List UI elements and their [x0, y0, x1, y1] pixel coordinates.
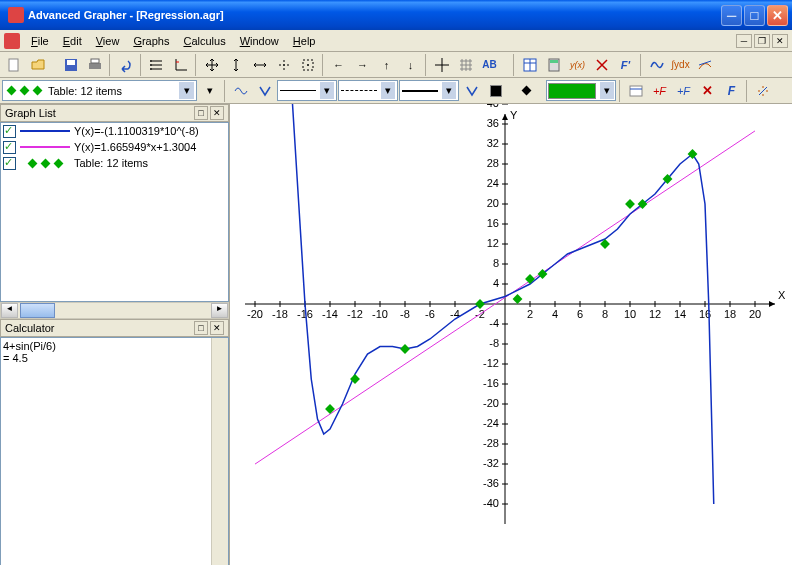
- menu-file[interactable]: File: [24, 33, 56, 49]
- svg-rect-2: [67, 60, 75, 65]
- f-list-button[interactable]: F: [720, 80, 743, 102]
- cross-button[interactable]: [590, 54, 613, 76]
- v-marker-icon[interactable]: [460, 80, 483, 102]
- maximize-button[interactable]: □: [744, 5, 765, 26]
- left-button[interactable]: ←: [327, 54, 350, 76]
- v-icon[interactable]: [253, 80, 276, 102]
- axes-button[interactable]: [169, 54, 192, 76]
- color-picker[interactable]: ▾: [546, 80, 616, 101]
- svg-point-10: [150, 68, 152, 70]
- svg-text:2: 2: [527, 308, 533, 320]
- right-button[interactable]: →: [351, 54, 374, 76]
- list-button[interactable]: [145, 54, 168, 76]
- graph-list-scrollbar[interactable]: ◄►: [0, 302, 229, 319]
- svg-text:-8: -8: [489, 337, 499, 349]
- panel-close-button[interactable]: ✕: [210, 106, 224, 120]
- dup-f-button[interactable]: +F: [672, 80, 695, 102]
- checkbox[interactable]: [3, 157, 16, 170]
- svg-text:4: 4: [493, 277, 499, 289]
- add-f-button[interactable]: +F: [648, 80, 671, 102]
- line-style-thick[interactable]: ▾: [399, 80, 459, 101]
- open-button[interactable]: [26, 54, 49, 76]
- list-item[interactable]: Y(x)=1.665949*x+1.3004: [1, 139, 228, 155]
- svg-text:-4: -4: [489, 317, 499, 329]
- properties-button[interactable]: [624, 80, 647, 102]
- function-button[interactable]: [645, 54, 668, 76]
- trace-button[interactable]: [751, 80, 774, 102]
- graph-list-header: Graph List □ ✕: [0, 104, 229, 122]
- panel-close-button[interactable]: ✕: [210, 321, 224, 335]
- plot-area[interactable]: XY-20-18-16-14-12-10-8-6-4-2246810121416…: [230, 104, 792, 565]
- table-button[interactable]: [518, 54, 541, 76]
- svg-rect-113: [325, 404, 335, 414]
- svg-text:8: 8: [493, 257, 499, 269]
- menu-edit[interactable]: Edit: [56, 33, 89, 49]
- app-icon: [8, 7, 24, 23]
- down-button[interactable]: ↓: [399, 54, 422, 76]
- svg-point-9: [150, 64, 152, 66]
- graph-select-dropdown[interactable]: Table: 12 items ▾: [2, 80, 197, 101]
- window-title: Advanced Grapher - [Regression.agr]: [28, 9, 721, 21]
- menu-window[interactable]: Window: [233, 33, 286, 49]
- minimize-button[interactable]: ─: [721, 5, 742, 26]
- mdi-minimize-button[interactable]: ─: [736, 34, 752, 48]
- svg-text:-20: -20: [483, 397, 499, 409]
- list-item[interactable]: Y(x)=-(1.1100319*10^(-8): [1, 123, 228, 139]
- svg-text:-6: -6: [425, 308, 435, 320]
- pan-v-button[interactable]: [224, 54, 247, 76]
- menu-graphs[interactable]: Graphs: [126, 33, 176, 49]
- calc-scrollbar[interactable]: [211, 338, 228, 565]
- checkbox[interactable]: [3, 125, 16, 138]
- dropdown-extra[interactable]: ▾: [198, 80, 221, 102]
- line-style-solid[interactable]: ▾: [277, 80, 337, 101]
- left-pane: Graph List □ ✕ Y(x)=-(1.1100319*10^(-8) …: [0, 104, 230, 565]
- mdi-restore-button[interactable]: ❐: [754, 34, 770, 48]
- svg-text:-20: -20: [247, 308, 263, 320]
- center-button[interactable]: [272, 54, 295, 76]
- save-button[interactable]: [59, 54, 82, 76]
- fit-button[interactable]: [296, 54, 319, 76]
- mdi-close-button[interactable]: ✕: [772, 34, 788, 48]
- point-square-button[interactable]: [484, 80, 507, 102]
- menu-view[interactable]: View: [89, 33, 127, 49]
- svg-point-16: [307, 64, 309, 66]
- list-item[interactable]: Table: 12 items: [1, 155, 228, 171]
- svg-text:12: 12: [649, 308, 661, 320]
- svg-text:-16: -16: [483, 377, 499, 389]
- title-bar: Advanced Grapher - [Regression.agr] ─ □ …: [0, 0, 792, 30]
- undo-button[interactable]: [114, 54, 137, 76]
- svg-text:-12: -12: [347, 308, 363, 320]
- svg-text:4: 4: [552, 308, 558, 320]
- calculator-input[interactable]: 4+sin(Pi/6) = 4.5: [0, 337, 229, 565]
- checkbox[interactable]: [3, 141, 16, 154]
- new-button[interactable]: [2, 54, 25, 76]
- grid-button[interactable]: [454, 54, 477, 76]
- svg-text:Y: Y: [510, 109, 518, 121]
- pan-h-button[interactable]: [248, 54, 271, 76]
- menu-help[interactable]: Help: [286, 33, 323, 49]
- text-label-button[interactable]: AB: [478, 54, 501, 76]
- up-button[interactable]: ↑: [375, 54, 398, 76]
- graph-list[interactable]: Y(x)=-(1.1100319*10^(-8) Y(x)=1.665949*x…: [0, 122, 229, 302]
- panel-dock-button[interactable]: □: [194, 106, 208, 120]
- svg-text:-8: -8: [400, 308, 410, 320]
- svg-text:-12: -12: [483, 357, 499, 369]
- svg-text:-28: -28: [483, 437, 499, 449]
- integral-button[interactable]: ∫ydx: [669, 54, 692, 76]
- close-button[interactable]: ✕: [767, 5, 788, 26]
- tangent-button[interactable]: [693, 54, 716, 76]
- menu-calculus[interactable]: Calculus: [176, 33, 232, 49]
- yfx-button[interactable]: y(x): [566, 54, 589, 76]
- point-diamond-button[interactable]: [515, 80, 538, 102]
- derivative-button[interactable]: F': [614, 54, 637, 76]
- svg-text:-14: -14: [322, 308, 338, 320]
- toolbar-graph: Table: 12 items ▾ ▾ ▾ ▾ ▾ ▾ +F +F ✕ F: [0, 78, 792, 104]
- delete-button[interactable]: ✕: [696, 80, 719, 102]
- panel-dock-button[interactable]: □: [194, 321, 208, 335]
- line-style-dashed[interactable]: ▾: [338, 80, 398, 101]
- calc-button[interactable]: [542, 54, 565, 76]
- crosshair-button[interactable]: [430, 54, 453, 76]
- print-button[interactable]: [83, 54, 106, 76]
- move-button[interactable]: [200, 54, 223, 76]
- sine-icon[interactable]: [229, 80, 252, 102]
